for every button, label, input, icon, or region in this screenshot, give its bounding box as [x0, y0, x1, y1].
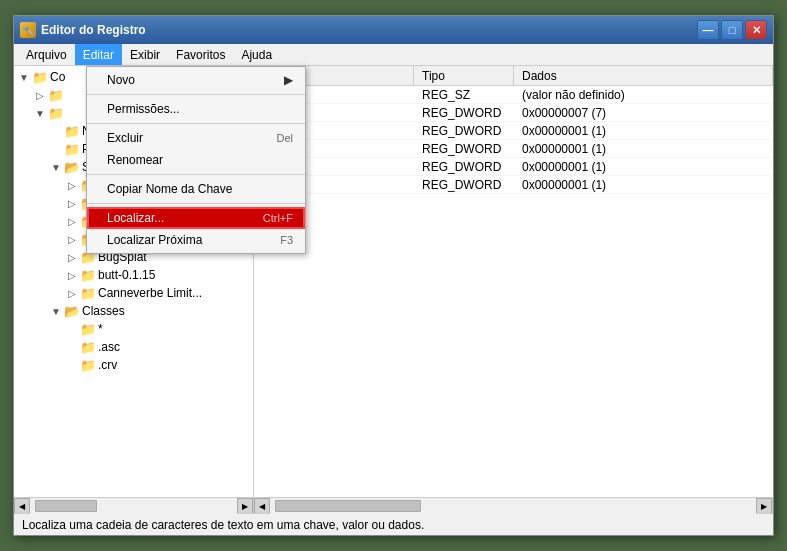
- tree-label-star: *: [98, 322, 103, 336]
- menu-exibir[interactable]: Exibir: [122, 44, 168, 65]
- tree-label-canneverbe: Canneverbe Limit...: [98, 286, 202, 300]
- submenu-arrow: ▶: [284, 73, 293, 87]
- folder-icon-network: 📁: [64, 125, 80, 137]
- folder-icon-classes: 📂: [64, 305, 80, 317]
- detail-row-2[interactable]: REG_DWORD 0x00000001 (1): [254, 122, 773, 140]
- tree-label-butt: butt-0.1.15: [98, 268, 155, 282]
- tree-scroll-right[interactable]: ▶: [237, 498, 253, 514]
- menu-item-novo[interactable]: Novo ▶: [87, 69, 305, 91]
- cell-type-1: REG_DWORD: [414, 106, 514, 120]
- detail-row-4[interactable]: REG_DWORD 0x00000001 (1): [254, 158, 773, 176]
- cell-data-5: 0x00000001 (1): [514, 178, 773, 192]
- detail-scroll-track[interactable]: [270, 498, 756, 514]
- detail-scrollbar[interactable]: ◀ ▶: [254, 498, 773, 514]
- status-text: Localiza uma cadeia de caracteres de tex…: [22, 518, 424, 532]
- tree-scrollbar[interactable]: ◀ ▶: [14, 498, 254, 514]
- folder-icon-crv: 📁: [80, 359, 96, 371]
- toggle-asc: [64, 342, 80, 353]
- detail-header: Nome Tipo Dados: [254, 66, 773, 86]
- menu-ajuda[interactable]: Ajuda: [233, 44, 280, 65]
- toggle-classes[interactable]: ▼: [48, 306, 64, 317]
- close-button[interactable]: ✕: [745, 20, 767, 40]
- col-header-tipo[interactable]: Tipo: [414, 66, 514, 85]
- menu-bar: Arquivo Editar Exibir Favoritos Ajuda No…: [14, 44, 773, 66]
- toggle-network: [48, 126, 64, 137]
- tree-label-crv: .crv: [98, 358, 117, 372]
- separator-1: [87, 94, 305, 95]
- title-bar: 🔧 Editor do Registro — □ ✕: [14, 16, 773, 44]
- tree-label-root: Co: [50, 70, 65, 84]
- cell-data-4: 0x00000001 (1): [514, 160, 773, 174]
- folder-icon-software: 📂: [64, 161, 80, 173]
- folder-icon-root: 📁: [32, 71, 48, 83]
- toggle-7zip[interactable]: ▷: [64, 180, 80, 191]
- detail-row-3[interactable]: REG_DWORD 0x00000001 (1): [254, 140, 773, 158]
- toggle-crv: [64, 360, 80, 371]
- detail-row-5[interactable]: REG_DWORD 0x00000001 (1): [254, 176, 773, 194]
- folder-icon-asc: 📁: [80, 341, 96, 353]
- tree-scroll-thumb[interactable]: [35, 500, 97, 512]
- menu-item-permissoes[interactable]: Permissões...: [87, 98, 305, 120]
- app-icon: 🔧: [20, 22, 36, 38]
- menu-item-copiar[interactable]: Copiar Nome da Chave: [87, 178, 305, 200]
- menu-arquivo[interactable]: Arquivo: [18, 44, 75, 65]
- menu-editar[interactable]: Editar: [75, 44, 122, 65]
- menu-item-renomear[interactable]: Renomear: [87, 149, 305, 171]
- cell-type-2: REG_DWORD: [414, 124, 514, 138]
- folder-icon-butt: 📁: [80, 269, 96, 281]
- folder-icon-canneverbe: 📁: [80, 287, 96, 299]
- tree-scroll-track[interactable]: [30, 498, 237, 514]
- toggle-apple[interactable]: ▷: [64, 234, 80, 245]
- cell-data-2: 0x00000001 (1): [514, 124, 773, 138]
- toggle-software[interactable]: ▼: [48, 162, 64, 173]
- status-bar: Localiza uma cadeia de caracteres de tex…: [14, 513, 773, 535]
- toggle-bugsplat[interactable]: ▷: [64, 252, 80, 263]
- title-bar-left: 🔧 Editor do Registro: [20, 22, 146, 38]
- maximize-button[interactable]: □: [721, 20, 743, 40]
- toggle-child1[interactable]: ▷: [32, 90, 48, 101]
- detail-scroll-left[interactable]: ◀: [254, 498, 270, 514]
- tree-label-asc: .asc: [98, 340, 120, 354]
- tree-item-crv[interactable]: 📁 .crv: [14, 356, 253, 374]
- cell-type-5: REG_DWORD: [414, 178, 514, 192]
- cell-type-4: REG_DWORD: [414, 160, 514, 174]
- registry-editor-window: 🔧 Editor do Registro — □ ✕ Arquivo Edita…: [13, 15, 774, 536]
- menu-item-excluir[interactable]: Excluir Del: [87, 127, 305, 149]
- cell-data-1: 0x00000007 (7): [514, 106, 773, 120]
- folder-icon-printers: 📁: [64, 143, 80, 155]
- detail-scroll-right[interactable]: ▶: [756, 498, 772, 514]
- detail-scroll-thumb[interactable]: [275, 500, 421, 512]
- detail-row-0[interactable]: REG_SZ (valor não definido): [254, 86, 773, 104]
- minimize-button[interactable]: —: [697, 20, 719, 40]
- col-header-dados[interactable]: Dados: [514, 66, 773, 85]
- tree-item-butt[interactable]: ▷ 📁 butt-0.1.15: [14, 266, 253, 284]
- menu-favoritos[interactable]: Favoritos: [168, 44, 233, 65]
- window-title: Editor do Registro: [41, 23, 146, 37]
- cell-data-0: (valor não definido): [514, 88, 773, 102]
- tree-item-classes[interactable]: ▼ 📂 Classes: [14, 302, 253, 320]
- detail-row-1[interactable]: REG_DWORD 0x00000007 (7): [254, 104, 773, 122]
- registry-detail-pane[interactable]: Nome Tipo Dados REG_SZ (valor não defini…: [254, 66, 773, 497]
- folder-icon-child2: 📁: [48, 107, 64, 119]
- toggle-appdatalow[interactable]: ▷: [64, 216, 80, 227]
- menu-item-localizar-proxima[interactable]: Localizar Próxima F3: [87, 229, 305, 251]
- separator-3: [87, 174, 305, 175]
- separator-4: [87, 203, 305, 204]
- tree-item-canneverbe[interactable]: ▷ 📁 Canneverbe Limit...: [14, 284, 253, 302]
- tree-item-asc[interactable]: 📁 .asc: [14, 338, 253, 356]
- folder-icon-star: 📁: [80, 323, 96, 335]
- separator-2: [87, 123, 305, 124]
- toggle-child2[interactable]: ▼: [32, 108, 48, 119]
- toggle-printers: [48, 144, 64, 155]
- toggle-star: [64, 324, 80, 335]
- cell-type-3: REG_DWORD: [414, 142, 514, 156]
- tree-scroll-left[interactable]: ◀: [14, 498, 30, 514]
- toggle-butt[interactable]: ▷: [64, 270, 80, 281]
- tree-item-star[interactable]: 📁 *: [14, 320, 253, 338]
- folder-icon-child1: 📁: [48, 89, 64, 101]
- tree-label-classes: Classes: [82, 304, 125, 318]
- toggle-adobe[interactable]: ▷: [64, 198, 80, 209]
- menu-item-localizar[interactable]: Localizar... Ctrl+F: [87, 207, 305, 229]
- toggle-root[interactable]: ▼: [16, 72, 32, 83]
- toggle-canneverbe[interactable]: ▷: [64, 288, 80, 299]
